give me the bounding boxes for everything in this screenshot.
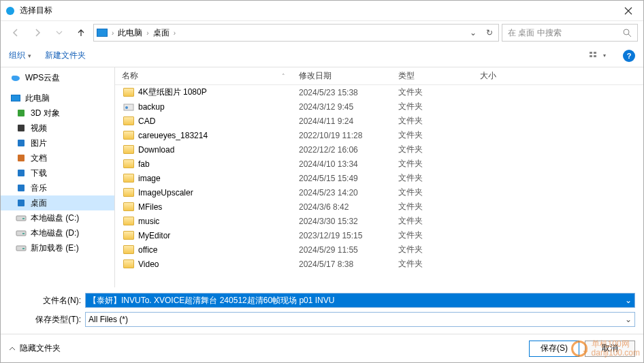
sidebar-item[interactable]: 本地磁盘 (D:) [1, 225, 114, 240]
file-name: office [138, 245, 157, 255]
table-row[interactable]: CAD2024/4/11 9:24文件夹 [115, 114, 643, 128]
main-area: WPS云盘 此电脑 3D 对象视频图片文档下载音乐桌面本地磁盘 (C:)本地磁盘… [1, 67, 643, 287]
sidebar-item[interactable]: 本地磁盘 (C:) [1, 210, 114, 225]
arrow-up-icon [76, 27, 86, 38]
sidebar-item-label: 视频 [31, 123, 47, 134]
file-name: careueyes_183214 [138, 131, 208, 140]
table-row[interactable]: ImageUpscaler2024/5/23 14:20文件夹 [115, 185, 643, 200]
sidebar-item-label: 本地磁盘 (D:) [31, 227, 79, 239]
folder-icon [123, 259, 134, 268]
category-icon [16, 123, 26, 133]
view-options-button[interactable]: ▾ [586, 48, 609, 63]
sort-indicator-icon: ˄ [282, 73, 285, 80]
file-type: 文件夹 [391, 230, 473, 241]
file-type: 文件夹 [391, 101, 473, 112]
forward-button[interactable] [28, 24, 47, 42]
sidebar-item[interactable]: 文档 [1, 151, 114, 165]
sidebar-item-label: 新加载卷 (E:) [31, 242, 79, 254]
file-type: 文件夹 [391, 144, 473, 155]
table-row[interactable]: backup2024/3/12 9:45文件夹 [115, 99, 643, 114]
refresh-button[interactable]: ↻ [483, 28, 496, 37]
sidebar-item-wps[interactable]: WPS云盘 [1, 70, 114, 85]
sidebar-item[interactable]: 3D 对象 [1, 106, 114, 121]
sidebar-item-thispc[interactable]: 此电脑 [1, 91, 114, 106]
folder-icon [123, 116, 134, 125]
svg-point-6 [12, 76, 16, 80]
chevron-down-icon[interactable]: ⌄ [625, 296, 632, 305]
recent-dropdown[interactable] [50, 24, 69, 42]
address-dropdown[interactable]: ⌄ [467, 28, 479, 37]
filetype-select[interactable]: All Files (*) ⌄ [85, 312, 635, 327]
table-row[interactable]: image2024/5/15 15:49文件夹 [115, 171, 643, 185]
address-bar[interactable]: › 此电脑 › 桌面 › ⌄ ↻ [93, 24, 499, 42]
file-name: music [138, 217, 159, 226]
col-date[interactable]: 修改日期 [292, 70, 391, 82]
back-button[interactable] [6, 24, 25, 42]
folder-icon [123, 188, 134, 197]
svg-rect-3 [590, 55, 592, 57]
category-icon [16, 153, 26, 163]
folder-icon [123, 145, 134, 154]
file-name: fab [138, 159, 150, 169]
col-type[interactable]: 类型 [391, 70, 473, 82]
file-date: 2023/12/19 15:15 [292, 231, 391, 240]
file-type: 文件夹 [391, 215, 473, 227]
footer: 隐藏文件夹 保存(S) 取消 [1, 334, 643, 362]
svg-rect-12 [18, 185, 25, 191]
chevron-down-icon [56, 29, 63, 36]
file-type: 文件夹 [391, 244, 473, 255]
sidebar-item[interactable]: 桌面 [1, 195, 114, 210]
breadcrumb-desktop[interactable]: 桌面 [153, 27, 170, 39]
cancel-button[interactable]: 取消 [585, 341, 635, 357]
file-name: MyEditor [138, 231, 170, 240]
svg-rect-9 [18, 140, 25, 146]
col-name[interactable]: 名称˄ [115, 70, 292, 82]
up-button[interactable] [71, 24, 91, 42]
file-type: 文件夹 [391, 115, 473, 127]
file-type: 文件夹 [391, 187, 473, 198]
arrow-right-icon [32, 27, 43, 38]
pc-icon [10, 93, 21, 103]
save-button[interactable]: 保存(S) [529, 341, 579, 357]
folder-icon [123, 88, 134, 97]
sidebar-item[interactable]: 音乐 [1, 180, 114, 195]
filename-input[interactable]: 【泰妍】INVUTo. XVOICE超清舞台 240512超清60帧现场 p01… [85, 293, 635, 308]
table-row[interactable]: office2024/5/29 11:55文件夹 [115, 242, 643, 257]
svg-rect-4 [594, 55, 596, 57]
svg-point-0 [624, 29, 629, 35]
organize-menu[interactable]: 组织▾ [9, 50, 31, 61]
table-row[interactable]: careueyes_1832142022/10/19 11:28文件夹 [115, 128, 643, 142]
table-row[interactable]: fab2024/4/10 13:34文件夹 [115, 157, 643, 171]
sidebar-item[interactable]: 图片 [1, 136, 114, 151]
file-name: CAD [138, 116, 155, 126]
disk-icon [16, 229, 27, 237]
table-row[interactable]: MFiles2024/3/6 8:42文件夹 [115, 200, 643, 214]
file-type: 文件夹 [391, 201, 473, 212]
table-row[interactable]: music2024/3/30 15:32文件夹 [115, 214, 643, 228]
col-size[interactable]: 大小 [473, 70, 541, 82]
cloud-icon [10, 73, 21, 82]
table-row[interactable]: Download2022/12/2 16:06文件夹 [115, 142, 643, 157]
close-button[interactable] [615, 1, 642, 20]
pc-icon [97, 29, 108, 37]
table-row[interactable]: Video2024/5/17 8:38文件夹 [115, 257, 643, 271]
help-button[interactable]: ? [623, 50, 635, 62]
category-icon [16, 108, 26, 118]
breadcrumb-thispc[interactable]: 此电脑 [118, 27, 142, 39]
hide-folders-button[interactable]: 隐藏文件夹 [9, 343, 61, 354]
file-type: 文件夹 [391, 129, 473, 141]
sidebar-item[interactable]: 下载 [1, 165, 114, 180]
chevron-down-icon[interactable]: ⌄ [625, 315, 632, 324]
search-input[interactable]: 在 桌面 中搜索 [502, 24, 638, 42]
sidebar-item[interactable]: 新加载卷 (E:) [1, 240, 114, 255]
new-folder-button[interactable]: 新建文件夹 [45, 50, 86, 61]
file-date: 2024/3/6 8:42 [292, 202, 391, 212]
chevron-down-icon: ▾ [603, 52, 606, 59]
view-icon [590, 51, 602, 61]
file-date: 2024/5/15 15:49 [292, 174, 391, 183]
table-row[interactable]: 4K壁纸图片 1080P2024/5/23 15:38文件夹 [115, 85, 643, 99]
table-row[interactable]: MyEditor2023/12/19 15:15文件夹 [115, 228, 643, 242]
category-icon [16, 168, 26, 178]
svg-point-21 [125, 106, 128, 109]
sidebar-item[interactable]: 视频 [1, 121, 114, 136]
